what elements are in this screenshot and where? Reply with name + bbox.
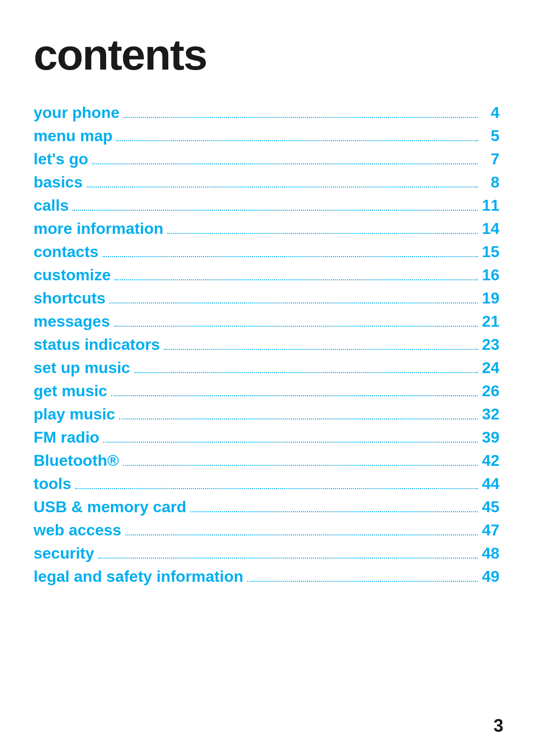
- toc-item: legal and safety information49: [34, 567, 499, 586]
- toc-item: shortcuts19: [34, 289, 499, 307]
- toc-dots: [164, 349, 478, 350]
- toc-dots: [114, 326, 478, 327]
- toc-item: play music32: [34, 405, 499, 423]
- page-number: 3: [494, 716, 503, 736]
- toc-label: security: [34, 544, 94, 563]
- toc-page-number: 16: [482, 266, 499, 284]
- toc-page-number: 32: [482, 405, 499, 423]
- toc-item: basics8: [34, 173, 499, 191]
- toc-label: status indicators: [34, 336, 160, 354]
- toc-dots: [167, 233, 478, 234]
- toc-dots: [110, 302, 478, 303]
- toc-page-number: 45: [482, 498, 499, 516]
- toc-dots: [119, 418, 478, 419]
- toc-dots: [75, 488, 478, 489]
- toc-item: security48: [34, 544, 499, 563]
- toc-item: let's go7: [34, 150, 499, 168]
- toc-dots: [123, 465, 478, 466]
- toc-dots: [87, 187, 478, 188]
- toc-item: tools44: [34, 475, 499, 493]
- toc-page-number: 47: [482, 521, 499, 539]
- toc-dots: [123, 117, 478, 118]
- toc-page-number: 42: [482, 452, 499, 470]
- toc-dots: [190, 511, 478, 512]
- toc-page-number: 5: [482, 127, 499, 145]
- toc-label: more information: [34, 220, 163, 238]
- toc-label: customize: [34, 266, 111, 284]
- toc-label: FM radio: [34, 428, 99, 447]
- toc-item: status indicators23: [34, 336, 499, 354]
- toc-dots: [103, 442, 478, 443]
- toc-dots: [114, 279, 478, 280]
- toc-dots: [134, 372, 478, 373]
- toc-page-number: 7: [482, 150, 499, 168]
- toc-item: Bluetooth®42: [34, 452, 499, 470]
- toc-label: USB & memory card: [34, 498, 186, 516]
- toc-label: menu map: [34, 127, 113, 145]
- toc-page-number: 24: [482, 359, 499, 377]
- toc-page-number: 49: [482, 567, 499, 586]
- toc-page-number: 14: [482, 220, 499, 238]
- toc-dots: [247, 581, 478, 582]
- toc-page-number: 26: [482, 382, 499, 400]
- toc-label: legal and safety information: [34, 567, 243, 586]
- toc-item: contacts15: [34, 243, 499, 261]
- toc-item: get music26: [34, 382, 499, 400]
- toc-item: USB & memory card45: [34, 498, 499, 516]
- toc-page-number: 11: [482, 196, 499, 215]
- toc-item: FM radio39: [34, 428, 499, 447]
- toc-label: tools: [34, 475, 71, 493]
- page-title: contents: [34, 30, 499, 80]
- toc-page-number: 19: [482, 289, 499, 307]
- toc-item: messages21: [34, 312, 499, 331]
- toc-item: web access47: [34, 521, 499, 539]
- toc-page-number: 15: [482, 243, 499, 261]
- toc-label: get music: [34, 382, 107, 400]
- toc-label: calls: [34, 196, 69, 215]
- toc-item: more information14: [34, 220, 499, 238]
- toc-item: your phone4: [34, 104, 499, 122]
- toc-item: set up music24: [34, 359, 499, 377]
- toc-label: contacts: [34, 243, 99, 261]
- toc-dots: [111, 395, 478, 396]
- toc-page-number: 44: [482, 475, 499, 493]
- toc-dots: [73, 210, 478, 211]
- toc-dots: [116, 140, 478, 141]
- toc-label: basics: [34, 173, 83, 191]
- toc-label: shortcuts: [34, 289, 106, 307]
- toc-label: play music: [34, 405, 115, 423]
- table-of-contents: your phone4menu map5let's go7basics8call…: [34, 104, 499, 586]
- toc-label: your phone: [34, 104, 119, 122]
- toc-dots: [103, 256, 478, 257]
- toc-page-number: 21: [482, 312, 499, 331]
- toc-dots: [92, 163, 478, 164]
- toc-dots: [125, 534, 478, 535]
- toc-dots: [98, 558, 478, 559]
- toc-label: Bluetooth®: [34, 452, 119, 470]
- toc-item: calls11: [34, 196, 499, 215]
- toc-label: let's go: [34, 150, 88, 168]
- toc-page-number: 39: [482, 428, 499, 447]
- toc-page-number: 8: [482, 173, 499, 191]
- toc-page-number: 48: [482, 544, 499, 563]
- toc-label: set up music: [34, 359, 130, 377]
- toc-item: menu map5: [34, 127, 499, 145]
- toc-label: messages: [34, 312, 110, 331]
- toc-page-number: 4: [482, 104, 499, 122]
- toc-page-number: 23: [482, 336, 499, 354]
- toc-item: customize16: [34, 266, 499, 284]
- toc-label: web access: [34, 521, 121, 539]
